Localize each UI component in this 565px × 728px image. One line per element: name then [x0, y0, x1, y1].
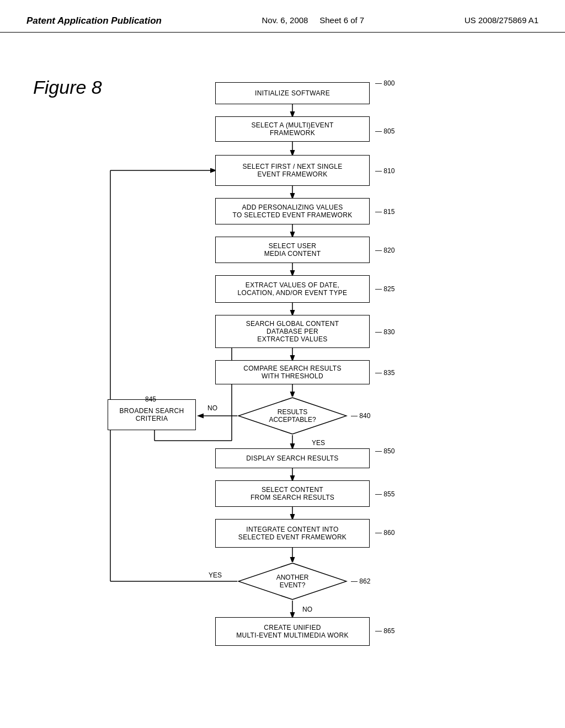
- svg-text:YES: YES: [209, 571, 222, 579]
- box-add-personalizing: ADD PERSONALIZING VALUESTO SELECTED EVEN…: [215, 198, 370, 224]
- ref-862: — 862: [351, 577, 370, 585]
- header-left: Patent Application Publication: [26, 15, 162, 26]
- header-right: US 2008/275869 A1: [465, 15, 539, 25]
- ref-830: — 830: [375, 328, 395, 336]
- svg-text:YES: YES: [312, 439, 325, 447]
- box-extract-values-label: EXTRACT VALUES OF DATE,LOCATION, AND/OR …: [238, 281, 348, 297]
- box-broaden-search: BROADEN SEARCHCRITERIA: [108, 399, 196, 430]
- box-integrate-content-label: INTEGRATE CONTENT INTOSELECTED EVENT FRA…: [238, 526, 347, 541]
- box-display-search: DISPLAY SEARCH RESULTS: [215, 448, 370, 468]
- diamond-another-event: ANOTHEREVENT?: [237, 562, 348, 601]
- ref-805: — 805: [375, 127, 395, 135]
- box-initialize-software: INITIALIZE SOFTWARE: [215, 82, 370, 104]
- ref-820: — 820: [375, 247, 395, 254]
- box-add-personalizing-label: ADD PERSONALIZING VALUESTO SELECTED EVEN…: [232, 204, 352, 219]
- box-extract-values: EXTRACT VALUES OF DATE,LOCATION, AND/OR …: [215, 275, 370, 303]
- box-compare-search: COMPARE SEARCH RESULTSWITH THRESHOLD: [215, 360, 370, 384]
- ref-860: — 860: [375, 529, 395, 537]
- ref-835: — 835: [375, 369, 395, 377]
- page-header: Patent Application Publication Nov. 6, 2…: [0, 0, 565, 33]
- box-search-global: SEARCH GLOBAL CONTENTDATABASE PEREXTRACT…: [215, 315, 370, 348]
- box-select-multi-event-label: SELECT A (MULTI)EVENTFRAMEWORK: [251, 121, 333, 137]
- figure-label: Figure 8: [33, 77, 102, 98]
- box-create-unified-label: CREATE UNIFIEDMULTI-EVENT MULTIMEDIA WOR…: [236, 624, 348, 639]
- box-select-multi-event: SELECT A (MULTI)EVENTFRAMEWORK: [215, 116, 370, 142]
- ref-845: 845 —: [145, 395, 164, 403]
- box-integrate-content: INTEGRATE CONTENT INTOSELECTED EVENT FRA…: [215, 519, 370, 548]
- box-select-first-next: SELECT FIRST / NEXT SINGLEEVENT FRAMEWOR…: [215, 155, 370, 186]
- svg-text:NO: NO: [302, 606, 312, 613]
- header-date: Nov. 6, 2008: [262, 15, 308, 25]
- box-compare-search-label: COMPARE SEARCH RESULTSWITH THRESHOLD: [243, 365, 342, 380]
- header-center: Nov. 6, 2008 Sheet 6 of 7: [262, 15, 364, 25]
- ref-825: — 825: [375, 285, 395, 293]
- box-select-first-next-label: SELECT FIRST / NEXT SINGLEEVENT FRAMEWOR…: [242, 163, 342, 178]
- ref-815: — 815: [375, 208, 395, 216]
- svg-text:NO: NO: [207, 404, 217, 412]
- diamond-results-acceptable: RESULTSACCEPTABLE?: [237, 397, 348, 435]
- diamond-another-event-label: ANOTHEREVENT?: [276, 574, 309, 589]
- ref-850: — 850: [375, 447, 395, 455]
- box-select-content-label: SELECT CONTENTFROM SEARCH RESULTS: [250, 486, 334, 501]
- ref-810: — 810: [375, 167, 395, 175]
- box-select-content: SELECT CONTENTFROM SEARCH RESULTS: [215, 480, 370, 507]
- box-broaden-search-label: BROADEN SEARCHCRITERIA: [120, 407, 184, 422]
- box-select-user-media-label: SELECT USERMEDIA CONTENT: [264, 242, 321, 258]
- ref-865: — 865: [375, 627, 395, 635]
- header-sheet: Sheet 6 of 7: [319, 15, 364, 25]
- ref-855: — 855: [375, 490, 395, 498]
- box-create-unified: CREATE UNIFIEDMULTI-EVENT MULTIMEDIA WOR…: [215, 617, 370, 646]
- box-select-user-media: SELECT USERMEDIA CONTENT: [215, 237, 370, 263]
- box-initialize-software-label: INITIALIZE SOFTWARE: [255, 89, 330, 97]
- diamond-results-label: RESULTSACCEPTABLE?: [269, 408, 316, 424]
- diagram-area: Figure 8 NO: [0, 33, 565, 694]
- ref-840: — 840: [351, 412, 370, 420]
- box-display-search-label: DISPLAY SEARCH RESULTS: [246, 454, 338, 462]
- box-search-global-label: SEARCH GLOBAL CONTENTDATABASE PEREXTRACT…: [246, 320, 339, 343]
- ref-800: — 800: [375, 79, 395, 87]
